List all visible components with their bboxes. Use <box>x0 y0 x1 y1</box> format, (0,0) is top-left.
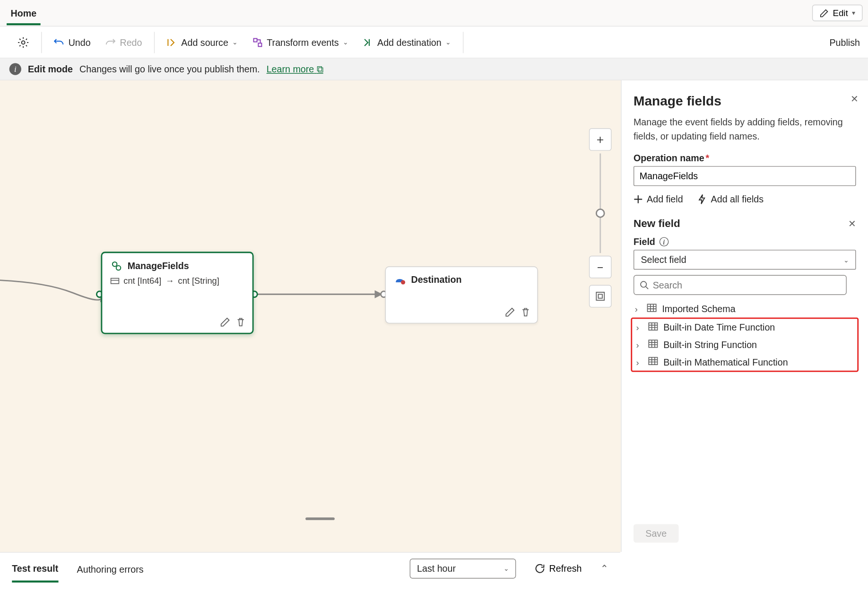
highlighted-functions-box: › Built-in Date Time Function › Built-in… <box>631 317 859 372</box>
add-source-button[interactable]: Add source ⌄ <box>164 33 240 52</box>
chevron-down-icon: ⌄ <box>503 565 509 572</box>
ribbon-toolbar: Undo Redo Add source ⌄ Transform events … <box>0 26 868 58</box>
transform-events-button[interactable]: Transform events ⌄ <box>250 33 351 52</box>
svg-point-7 <box>113 262 117 266</box>
zoom-out-button[interactable]: － <box>589 256 612 279</box>
redo-button: Redo <box>103 33 145 52</box>
refresh-icon <box>535 563 545 573</box>
delete-node-button[interactable] <box>236 317 246 327</box>
info-icon[interactable]: i <box>659 237 668 246</box>
chevron-right-icon: › <box>635 304 642 314</box>
settings-button[interactable] <box>15 32 32 52</box>
zoom-in-button[interactable]: ＋ <box>589 128 612 151</box>
new-field-header: New field <box>634 218 680 230</box>
panel-desc: Manage the event fields by adding fields… <box>634 115 856 143</box>
chevron-down-icon: ⌄ <box>843 256 849 263</box>
chevron-right-icon: › <box>636 323 643 332</box>
undo-button[interactable]: Undo <box>51 33 93 52</box>
tree-item-string[interactable]: › Built-in String Function <box>635 336 855 354</box>
zoom-slider-thumb[interactable] <box>596 208 605 218</box>
column-icon <box>110 277 120 285</box>
pencil-icon <box>819 9 829 18</box>
search-input[interactable] <box>653 279 841 290</box>
info-icon: i <box>9 63 21 75</box>
schema-tree: › Imported Schema › Built-in Date Time F… <box>634 300 856 372</box>
svg-rect-12 <box>596 292 604 300</box>
node-title: Destination <box>411 274 461 285</box>
tree-item-imported[interactable]: › Imported Schema <box>634 300 856 318</box>
select-placeholder: Select field <box>641 254 686 265</box>
refresh-button[interactable]: Refresh <box>535 563 582 573</box>
tree-item-datetime[interactable]: › Built-in Date Time Function <box>635 319 855 336</box>
edit-dropdown[interactable]: Edit ▾ <box>812 5 863 21</box>
search-icon <box>640 280 649 290</box>
bottom-bar: Test result Authoring errors Last hour ⌄… <box>0 552 620 584</box>
fit-button[interactable] <box>589 285 612 308</box>
tab-home[interactable]: Home <box>7 1 41 25</box>
delete-node-button[interactable] <box>521 307 530 317</box>
publish-button: Publish <box>827 33 863 52</box>
lightning-icon <box>698 194 707 204</box>
gear-icon <box>17 36 29 48</box>
schema-mapping: cnt [Int64] → cnt [String] <box>110 276 244 286</box>
learn-more-link[interactable]: Learn more ⧉ <box>267 63 323 75</box>
collapse-panel-button[interactable]: ⌃ <box>600 563 608 573</box>
manage-fields-icon <box>110 260 122 271</box>
destination-node-icon <box>394 274 406 286</box>
source-icon <box>166 37 177 47</box>
svg-rect-9 <box>111 278 119 283</box>
tab-test-result[interactable]: Test result <box>12 554 58 582</box>
side-panel: ✕ Manage fields Manage the event fields … <box>621 80 868 552</box>
panel-title: Manage fields <box>634 94 856 109</box>
tab-authoring-errors[interactable]: Authoring errors <box>77 555 144 581</box>
field-select[interactable]: Select field ⌄ <box>634 250 856 270</box>
svg-point-8 <box>116 266 121 270</box>
chevron-down-icon: ⌄ <box>445 38 451 45</box>
info-message: Changes will go live once you publish th… <box>79 64 260 74</box>
arrow-right-icon: → <box>165 276 174 286</box>
svg-rect-20 <box>649 323 657 330</box>
svg-point-11 <box>401 280 405 284</box>
add-all-fields-button[interactable]: Add all fields <box>698 194 764 204</box>
close-panel-button[interactable]: ✕ <box>851 94 859 104</box>
chevron-right-icon: › <box>636 357 643 367</box>
undo-icon <box>54 37 64 47</box>
node-manage-fields[interactable]: ManageFields cnt [Int64] → cnt [String] <box>101 252 253 334</box>
field-search[interactable] <box>634 275 847 295</box>
time-range-select[interactable]: Last hour ⌄ <box>410 558 516 578</box>
svg-rect-30 <box>649 358 657 365</box>
plus-icon <box>634 195 643 204</box>
node-destination[interactable]: Destination <box>385 266 538 323</box>
table-icon <box>648 322 658 332</box>
panel-resize-handle[interactable] <box>305 517 335 520</box>
svg-point-0 <box>22 41 25 44</box>
zoom-slider-track[interactable] <box>599 153 601 253</box>
edit-mode-label: Edit mode <box>28 64 73 74</box>
info-bar: i Edit mode Changes will go live once yo… <box>0 59 868 80</box>
opname-label: Operation name* <box>634 153 856 163</box>
edit-node-button[interactable] <box>220 317 230 327</box>
table-icon <box>648 357 658 367</box>
flow-canvas[interactable]: ManageFields cnt [Int64] → cnt [String] <box>0 80 621 552</box>
field-label: Field i <box>634 236 856 247</box>
tree-item-math[interactable]: › Built-in Mathematical Function <box>635 353 855 371</box>
opname-input[interactable] <box>634 166 856 186</box>
add-destination-button[interactable]: Add destination ⌄ <box>360 33 453 52</box>
svg-rect-1 <box>253 38 257 42</box>
edit-node-button[interactable] <box>504 307 515 317</box>
table-icon <box>648 340 658 350</box>
redo-icon <box>105 37 116 47</box>
add-field-button[interactable]: Add field <box>634 194 683 204</box>
close-new-field-button[interactable]: ✕ <box>848 218 856 229</box>
svg-rect-13 <box>599 294 602 298</box>
svg-rect-2 <box>258 43 261 46</box>
destination-icon <box>363 37 373 47</box>
svg-rect-25 <box>649 340 657 347</box>
chevron-down-icon: ⌄ <box>232 38 237 45</box>
chevron-right-icon: › <box>636 340 643 349</box>
external-link-icon: ⧉ <box>317 63 323 74</box>
save-button: Save <box>634 524 678 542</box>
svg-point-14 <box>641 281 646 287</box>
node-title: ManageFields <box>128 261 189 271</box>
tab-bar: Home Edit ▾ <box>0 0 868 26</box>
